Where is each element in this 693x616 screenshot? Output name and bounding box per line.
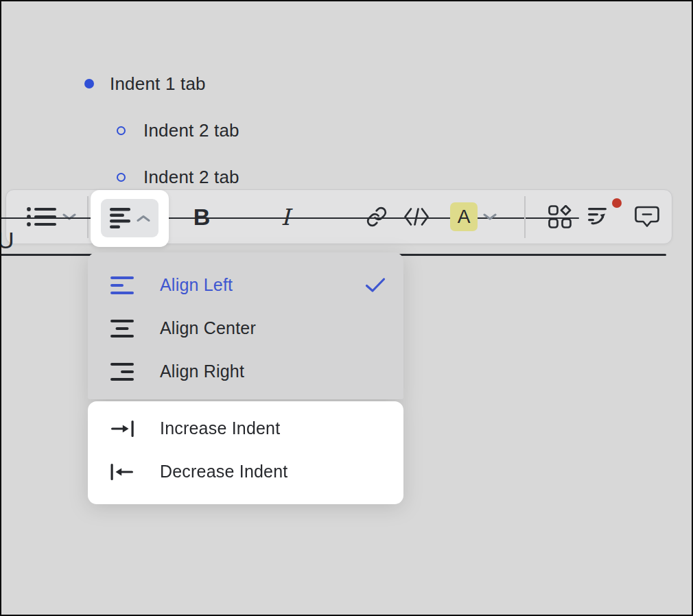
menu-item-increase-indent[interactable]: Increase Indent xyxy=(88,407,403,450)
bullet-circle-icon xyxy=(117,126,126,135)
alignment-menu-highlighted-section: Increase Indent Decrease Indent xyxy=(88,401,403,504)
turn-into-icon xyxy=(587,206,612,227)
menu-item-label: Decrease Indent xyxy=(160,462,287,482)
text-color-chevron[interactable] xyxy=(483,213,497,221)
align-left-icon xyxy=(110,208,130,228)
alignment-button[interactable] xyxy=(101,199,158,237)
list-item[interactable]: Indent 1 tab xyxy=(84,71,206,96)
menu-item-decrease-indent[interactable]: Decrease Indent xyxy=(88,450,403,493)
menu-item-label: Increase Indent xyxy=(160,418,280,438)
editor-screen: Indent 1 tab Indent 2 tab Indent 2 tab xyxy=(0,0,693,616)
comment-icon xyxy=(635,206,659,228)
increase-indent-icon xyxy=(110,419,134,438)
notification-dot xyxy=(612,198,622,208)
list-item-text: Indent 2 tab xyxy=(143,167,239,188)
code-button[interactable] xyxy=(404,208,430,226)
italic-button[interactable]: I xyxy=(281,206,290,228)
align-left-icon xyxy=(110,276,134,294)
chevron-up-icon xyxy=(137,215,150,222)
list-item[interactable]: Indent 2 tab xyxy=(117,118,239,143)
bullet-circle-icon xyxy=(117,173,126,182)
menu-item-label: Align Center xyxy=(160,318,256,338)
decrease-indent-icon xyxy=(110,462,134,482)
menu-item-label: Align Left xyxy=(160,275,233,295)
comment-button[interactable] xyxy=(635,206,659,228)
tutorial-spotlight xyxy=(91,190,169,247)
text-color-label: A xyxy=(458,206,471,228)
menu-item-label: Align Right xyxy=(160,362,244,381)
text-color-button[interactable]: A xyxy=(450,202,478,231)
list-item-text: Indent 2 tab xyxy=(143,120,239,141)
list-item[interactable]: Indent 2 tab xyxy=(117,165,239,189)
align-right-icon xyxy=(110,363,134,381)
blocks-button[interactable] xyxy=(548,205,572,228)
alignment-menu-dimmed-section: Align Left Al xyxy=(88,252,403,399)
checkmark-icon xyxy=(365,277,386,293)
list-item-text: Indent 1 tab xyxy=(110,73,206,95)
alignment-menu: Align Left Al xyxy=(88,252,403,504)
bullet-disc-icon xyxy=(84,79,94,88)
menu-item-align-right[interactable]: Align Right xyxy=(88,350,403,393)
link-button[interactable] xyxy=(366,206,388,228)
align-center-icon xyxy=(110,320,134,337)
menu-item-align-left[interactable]: Align Left xyxy=(88,263,403,307)
chevron-down-icon xyxy=(483,213,497,221)
menu-item-align-center[interactable]: Align Center xyxy=(88,307,403,350)
link-icon xyxy=(366,206,388,228)
toolbar-divider xyxy=(524,196,526,238)
blocks-icon xyxy=(548,205,572,228)
turn-into-button[interactable] xyxy=(587,206,612,227)
code-icon xyxy=(404,208,430,226)
